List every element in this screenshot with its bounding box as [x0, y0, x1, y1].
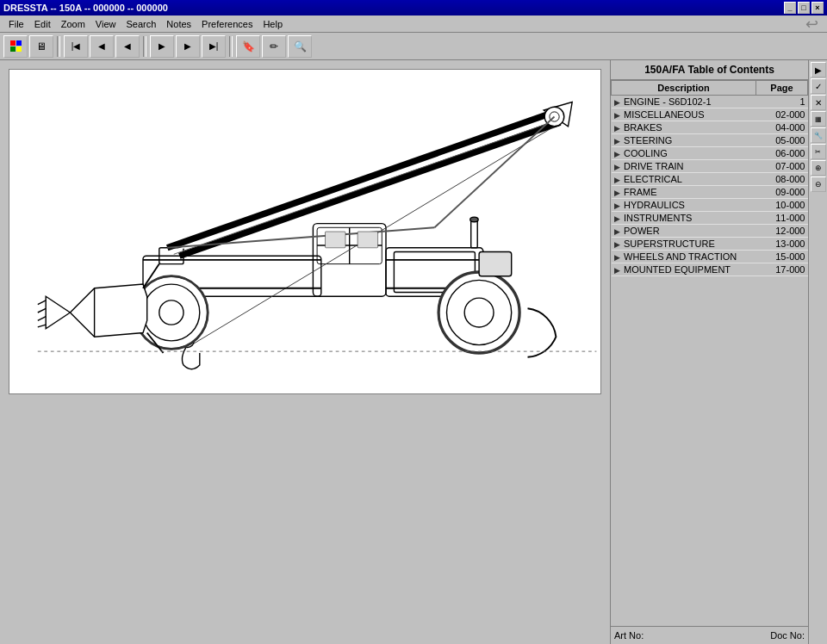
- menu-edit[interactable]: Edit: [29, 17, 56, 31]
- menu-search[interactable]: Search: [121, 17, 161, 31]
- toc-col-page: Page: [756, 81, 808, 96]
- toc-item-description: ▶ BRAKES: [612, 121, 756, 134]
- annotation-button[interactable]: ✏: [262, 35, 286, 58]
- toc-row[interactable]: ▶ INSTRUMENTS11-000: [612, 212, 808, 225]
- minimize-button[interactable]: _: [784, 2, 796, 14]
- toc-item-page: 11-000: [756, 212, 808, 225]
- back-arrow-icon[interactable]: ↩: [800, 13, 824, 35]
- toc-item-page: 10-000: [756, 199, 808, 212]
- toc-row[interactable]: ▶ ELECTRICAL08-000: [612, 173, 808, 186]
- toc-row[interactable]: ▶ BRAKES04-000: [612, 121, 808, 134]
- main-layout: 150A/FA Table of Contents Description Pa…: [0, 60, 827, 644]
- toc-item-page: 13-000: [756, 238, 808, 251]
- toc-row[interactable]: ▶ MOUNTED EQUIPMENT17-000: [612, 263, 808, 276]
- menu-notes[interactable]: Notes: [161, 17, 196, 31]
- menu-view[interactable]: View: [90, 17, 121, 31]
- bookmark-button[interactable]: 🔖: [236, 35, 260, 58]
- art-no-label: Art No:: [614, 630, 644, 641]
- nav-prev-button[interactable]: ◀: [115, 35, 140, 58]
- toc-item-page: 04-000: [756, 121, 808, 134]
- right-close-button[interactable]: ✕: [811, 95, 826, 110]
- nav-next-button[interactable]: ▶: [150, 35, 174, 58]
- toc-item-description: ▶ ELECTRICAL: [612, 173, 756, 186]
- toc-item-page: 15-000: [756, 251, 808, 263]
- right-check-button[interactable]: ✓: [811, 78, 826, 94]
- svg-rect-38: [326, 232, 346, 248]
- toc-item-page: 12-000: [756, 225, 808, 238]
- toc-title: 150A/FA Table of Contents: [611, 60, 808, 80]
- machine-illustration: [9, 70, 600, 393]
- toc-item-description: ▶ MISCELLANEOUS: [612, 108, 756, 121]
- toc-item-page: 06-000: [756, 147, 808, 160]
- svg-rect-39: [358, 232, 378, 248]
- right-toolbar: ▶ ✓ ✕ ▦ 🔧 ✂ ⊕ ⊖: [808, 60, 827, 644]
- right-forward-button[interactable]: ▶: [811, 62, 826, 77]
- document-page: [9, 69, 601, 394]
- right-zoom-out-button[interactable]: ⊖: [811, 176, 826, 192]
- menu-preferences[interactable]: Preferences: [196, 17, 258, 31]
- toc-row[interactable]: ▶ SUPERSTRUCTURE13-000: [612, 238, 808, 251]
- right-tool2-button[interactable]: ✂: [811, 144, 826, 159]
- toc-item-description: ▶ ENGINE - S6D102-1: [612, 96, 756, 108]
- toc-footer: Art No: Doc No:: [611, 626, 808, 644]
- toc-body: ▶ ENGINE - S6D102-11▶ MISCELLANEOUS02-00…: [612, 96, 808, 276]
- toc-item-description: ▶ HYDRAULICS: [612, 199, 756, 212]
- toc-row[interactable]: ▶ FRAME09-000: [612, 186, 808, 199]
- toc-row[interactable]: ▶ COOLING06-000: [612, 147, 808, 160]
- svg-rect-36: [471, 220, 478, 248]
- svg-line-30: [38, 300, 46, 305]
- nav-first-button[interactable]: |◀: [64, 35, 88, 58]
- svg-line-33: [38, 325, 46, 327]
- toc-item-page: 17-000: [756, 263, 808, 276]
- toc-item-description: ▶ FRAME: [612, 186, 756, 199]
- toc-item-description: ▶ POWER: [612, 225, 756, 238]
- nav-last-button[interactable]: ▶|: [202, 35, 226, 58]
- toc-table: Description Page ▶ ENGINE - S6D102-11▶ M…: [611, 80, 808, 276]
- toc-item-description: ▶ MOUNTED EQUIPMENT: [612, 263, 756, 276]
- svg-point-25: [159, 300, 183, 325]
- menu-file[interactable]: File: [3, 17, 29, 31]
- title-bar: DRESSTA -- 150A -- 000000 -- 000000 _ □ …: [0, 0, 827, 15]
- color-palette-button[interactable]: [3, 35, 28, 58]
- toc-item-description: ▶ WHEELS AND TRACTION: [612, 251, 756, 263]
- bottom-area: [0, 403, 610, 644]
- svg-point-37: [470, 217, 478, 222]
- content-area: [0, 60, 610, 644]
- toolbar-separator-3: [229, 36, 233, 57]
- toolbar: 🖥 |◀ ◀ ◀ ▶ ▶ ▶| 🔖 ✏ 🔍: [0, 33, 827, 60]
- toc-item-page: 07-000: [756, 160, 808, 173]
- toc-item-description: ▶ INSTRUMENTS: [612, 212, 756, 225]
- toc-panel: 150A/FA Table of Contents Description Pa…: [610, 60, 808, 644]
- nav-next-section-button[interactable]: ▶: [176, 35, 200, 58]
- menu-zoom[interactable]: Zoom: [56, 17, 90, 31]
- toc-item-description: ▶ SUPERSTRUCTURE: [612, 238, 756, 251]
- toc-row[interactable]: ▶ POWER12-000: [612, 225, 808, 238]
- toc-item-description: ▶ DRIVE TRAIN: [612, 160, 756, 173]
- crane-svg: [9, 70, 600, 393]
- toc-item-page: 09-000: [756, 186, 808, 199]
- right-grid-button[interactable]: ▦: [811, 111, 826, 127]
- zoom-button[interactable]: 🔍: [288, 35, 312, 58]
- toc-row[interactable]: ▶ ENGINE - S6D102-11: [612, 96, 808, 108]
- toc-row[interactable]: ▶ MISCELLANEOUS02-000: [612, 108, 808, 121]
- toc-item-description: ▶ STEERING: [612, 134, 756, 147]
- right-tool1-button[interactable]: 🔧: [811, 127, 826, 143]
- svg-rect-40: [479, 252, 512, 276]
- monitor-button[interactable]: 🖥: [29, 35, 53, 58]
- app-title: DRESSTA -- 150A -- 000000 -- 000000: [3, 3, 168, 13]
- menu-bar: File Edit Zoom View Search Notes Prefere…: [0, 15, 827, 33]
- menu-help[interactable]: Help: [258, 17, 288, 31]
- toc-item-page: 1: [756, 96, 808, 108]
- toc-item-page: 08-000: [756, 173, 808, 186]
- toc-col-description: Description: [612, 81, 756, 96]
- toc-row[interactable]: ▶ HYDRAULICS10-000: [612, 199, 808, 212]
- toc-row[interactable]: ▶ STEERING05-000: [612, 134, 808, 147]
- toc-item-page: 02-000: [756, 108, 808, 121]
- nav-prev-section-button[interactable]: ◀: [90, 35, 114, 58]
- toc-row[interactable]: ▶ WHEELS AND TRACTION15-000: [612, 251, 808, 263]
- toc-row[interactable]: ▶ DRIVE TRAIN07-000: [612, 160, 808, 173]
- svg-line-31: [38, 308, 46, 313]
- toolbar-separator-1: [57, 36, 60, 57]
- right-zoom-in-button[interactable]: ⊕: [811, 160, 826, 176]
- toolbar-separator-2: [143, 36, 146, 57]
